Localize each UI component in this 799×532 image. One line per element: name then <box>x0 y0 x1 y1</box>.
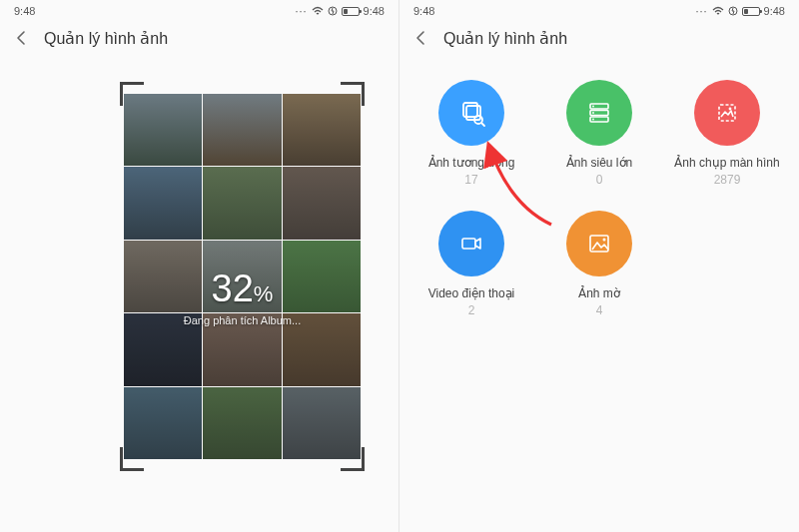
category-large-photos[interactable]: Ảnh siêu lớn 0 <box>535 80 663 187</box>
category-count: 0 <box>596 173 603 187</box>
left-phone-screen: 9:48 ··· 9:48 Quản lý hình ảnh <box>0 0 400 532</box>
page-title: Quản lý hình ảnh <box>44 29 168 48</box>
category-count: 2 <box>468 303 475 317</box>
charge-icon <box>328 6 338 16</box>
category-label: Ảnh tương đồng <box>428 156 515 170</box>
category-circle <box>694 80 760 146</box>
svg-rect-13 <box>462 239 475 249</box>
battery-icon <box>742 7 760 16</box>
clock: 9:48 <box>14 5 35 17</box>
right-phone-screen: 9:48 ··· 9:48 Quản lý hình ảnh Ảnh <box>400 0 799 532</box>
photo-thumbnail <box>124 241 202 312</box>
clock: 9:48 <box>413 5 434 17</box>
photo-thumbnail <box>124 387 202 459</box>
photo-thumbnail <box>283 313 361 385</box>
clock-right: 9:48 <box>364 5 385 17</box>
photo-thumbnail <box>203 313 281 385</box>
category-label: Ảnh chụp màn hình <box>674 156 779 170</box>
svg-point-15 <box>603 239 606 242</box>
video-icon <box>456 229 486 259</box>
photo-thumbnail <box>124 313 202 385</box>
category-label: Video điện thoại <box>428 286 515 300</box>
wifi-icon <box>312 6 324 16</box>
signal-dots-icon: ··· <box>295 5 307 17</box>
category-circle <box>566 80 632 146</box>
header: Quản lý hình ảnh <box>0 22 399 58</box>
image-blur-icon <box>584 229 614 259</box>
server-icon <box>584 98 614 128</box>
photo-thumbnail <box>124 94 202 166</box>
category-similar-photos[interactable]: Ảnh tương đồng 17 <box>407 80 535 187</box>
arrow-left-icon <box>13 29 31 47</box>
photo-thumbnail <box>283 94 361 166</box>
battery-icon <box>342 7 360 16</box>
charge-icon <box>728 6 738 16</box>
category-label: Ảnh mờ <box>578 286 620 300</box>
category-videos[interactable]: Video điện thoại 2 <box>407 211 535 317</box>
wifi-icon <box>712 6 724 16</box>
status-bar: 9:48 ··· 9:48 <box>0 0 399 22</box>
svg-point-12 <box>729 108 732 111</box>
category-count: 17 <box>464 173 477 187</box>
photo-thumbnail <box>203 94 281 166</box>
header: Quản lý hình ảnh <box>400 22 799 58</box>
similar-photos-icon <box>456 98 486 128</box>
category-label: Ảnh siêu lớn <box>566 156 632 170</box>
status-right: ··· 9:48 <box>295 5 385 17</box>
svg-point-8 <box>592 106 594 108</box>
photo-thumbnail <box>203 241 281 312</box>
category-circle <box>438 211 504 276</box>
category-circle <box>438 80 504 146</box>
photo-grid <box>124 94 361 459</box>
svg-point-10 <box>592 119 594 121</box>
back-button[interactable] <box>411 28 431 48</box>
clock-right: 9:48 <box>764 5 785 17</box>
back-button[interactable] <box>12 28 32 48</box>
status-bar: 9:48 ··· 9:48 <box>400 0 799 22</box>
category-blurry-photos[interactable]: Ảnh mờ 4 <box>535 211 663 317</box>
signal-dots-icon: ··· <box>695 5 707 17</box>
arrow-left-icon <box>412 29 430 47</box>
photo-thumbnail <box>124 167 202 239</box>
category-circle <box>566 211 632 276</box>
status-right: ··· 9:48 <box>695 5 785 17</box>
category-screenshots[interactable]: Ảnh chụp màn hình 2879 <box>663 80 791 187</box>
photo-thumbnail <box>283 241 361 312</box>
category-count: 4 <box>596 303 603 317</box>
photo-thumbnail <box>283 387 361 459</box>
category-count: 2879 <box>714 173 741 187</box>
category-grid: Ảnh tương đồng 17 Ảnh siêu lớn 0 <box>400 58 799 325</box>
page-title: Quản lý hình ảnh <box>443 29 567 48</box>
photo-thumbnail <box>203 387 281 459</box>
svg-point-9 <box>592 112 594 114</box>
photo-thumbnail <box>283 167 361 239</box>
screenshot-icon <box>712 98 742 128</box>
photo-thumbnail <box>203 167 281 239</box>
scan-frame: 32% Đang phân tích Album... <box>120 82 365 471</box>
